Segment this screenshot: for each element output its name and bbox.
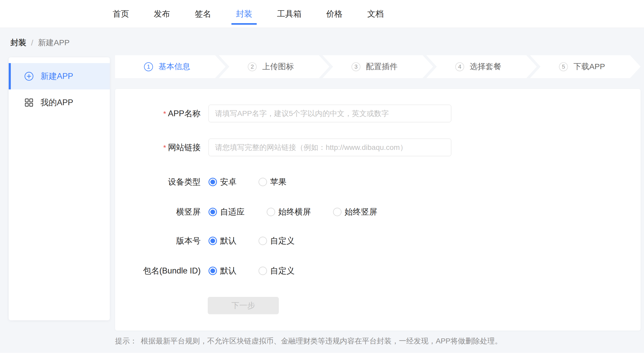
radio-bundle-custom[interactable]: 自定义 — [259, 265, 295, 276]
nav-item-package[interactable]: 封装 — [236, 0, 252, 28]
nav-item-home[interactable]: 首页 — [113, 0, 129, 28]
breadcrumb-section[interactable]: 封装 — [11, 37, 26, 48]
step-3-configure-plugins: 3 配置插件 — [323, 55, 433, 78]
sidebar-item-my-apps[interactable]: 我的APP — [9, 89, 110, 116]
radio-version-default[interactable]: 默认 — [209, 235, 236, 246]
radio-label: 自适应 — [220, 206, 245, 217]
hint-prefix: 提示： — [115, 336, 137, 346]
required-asterisk: * — [163, 110, 166, 118]
top-navigation-bar: 首页 发布 签名 封装 工具箱 价格 文档 — [0, 0, 644, 28]
radio-dot — [259, 267, 267, 275]
site-url-input[interactable] — [209, 139, 451, 156]
step-label: 选择套餐 — [470, 61, 501, 72]
nav-item-docs[interactable]: 文档 — [367, 0, 384, 28]
step-label: 配置插件 — [366, 61, 398, 72]
radio-android[interactable]: 安卓 — [209, 176, 236, 187]
main-nav: 首页 发布 签名 封装 工具箱 价格 文档 — [113, 0, 384, 28]
device-type-radio-group: 安卓 苹果 — [209, 176, 286, 187]
page: 首页 发布 签名 封装 工具箱 价格 文档 封装 / 新建APP 新建APP — [0, 0, 644, 355]
step-number-badge: 1 — [144, 62, 153, 71]
field-label-version: 版本号 — [115, 235, 201, 246]
plus-circle-icon — [24, 72, 34, 81]
step-1-basic-info: 1 基本信息 — [115, 55, 226, 78]
bottom-strip — [0, 353, 644, 355]
radio-dot — [209, 178, 217, 186]
step-4-choose-plan: 4 选择套餐 — [426, 55, 537, 78]
radio-label: 默认 — [220, 235, 236, 246]
sidebar-item-new-app[interactable]: 新建APP — [9, 63, 110, 89]
platform-rules-hint: 提示： 根据最新平台规则，不允许区块链虚拟币、金融理财类等违规内容在平台封装，一… — [115, 336, 502, 346]
version-radio-group: 默认 自定义 — [209, 235, 295, 246]
form-row-app-name: *APP名称 — [115, 105, 641, 122]
step-5-download-app: 5 下载APP — [530, 55, 641, 78]
sidebar-item-label: 新建APP — [41, 71, 73, 82]
sidebar: 新建APP 我的APP — [9, 57, 110, 320]
radio-label: 默认 — [220, 265, 236, 276]
step-2-upload-icon: 2 上传图标 — [219, 55, 329, 78]
radio-dot — [267, 208, 275, 216]
form-row-bundle-id: 包名(Bundle ID) 默认 自定义 — [115, 266, 641, 276]
grid-icon — [24, 98, 34, 107]
radio-label: 始终横屏 — [278, 206, 311, 217]
nav-item-publish[interactable]: 发布 — [154, 0, 170, 28]
radio-dot — [209, 208, 217, 216]
radio-label: 始终竖屏 — [345, 206, 377, 217]
radio-label: 自定义 — [270, 235, 295, 246]
step-label: 下载APP — [573, 61, 605, 72]
radio-auto-orientation[interactable]: 自适应 — [209, 206, 245, 217]
app-name-input[interactable] — [209, 105, 451, 122]
form-row-device-type: 设备类型 安卓 苹果 — [115, 177, 641, 187]
form-row-version: 版本号 默认 自定义 — [115, 236, 641, 246]
orientation-radio-group: 自适应 始终横屏 始终竖屏 — [209, 206, 377, 217]
field-label-orientation: 横竖屏 — [115, 206, 201, 217]
required-asterisk: * — [163, 144, 166, 152]
step-label: 基本信息 — [158, 61, 190, 72]
field-label-site-url: *网站链接 — [115, 142, 201, 153]
next-step-button[interactable]: 下一步 — [208, 297, 279, 314]
sidebar-item-label: 我的APP — [41, 97, 73, 108]
radio-label: 自定义 — [270, 265, 295, 276]
step-wizard: 1 基本信息 2 上传图标 3 配置插件 4 选择套餐 5 下载APP — [115, 55, 641, 78]
breadcrumb: 封装 / 新建APP — [11, 37, 70, 48]
basic-info-form-panel: *APP名称 *网站链接 设备类型 安卓 苹果 — [115, 89, 641, 331]
bundle-id-radio-group: 默认 自定义 — [209, 265, 295, 276]
radio-version-custom[interactable]: 自定义 — [259, 235, 295, 246]
step-number-badge: 3 — [351, 62, 360, 71]
radio-dot — [333, 208, 341, 216]
radio-dot — [259, 237, 267, 245]
step-label: 上传图标 — [262, 61, 294, 72]
radio-dot — [259, 178, 267, 186]
hint-text: 根据最新平台规则，不允许区块链虚拟币、金融理财类等违规内容在平台封装，一经发现，… — [141, 336, 502, 346]
radio-label: 苹果 — [270, 176, 286, 187]
radio-dot — [209, 237, 217, 245]
step-number-badge: 5 — [559, 62, 568, 71]
radio-label: 安卓 — [220, 176, 236, 187]
radio-bundle-default[interactable]: 默认 — [209, 265, 236, 276]
field-label-device-type: 设备类型 — [115, 176, 201, 187]
radio-dot — [209, 267, 217, 275]
breadcrumb-separator: / — [31, 38, 33, 47]
field-label-app-name: *APP名称 — [115, 108, 201, 119]
nav-item-sign[interactable]: 签名 — [195, 0, 211, 28]
breadcrumb-current: 新建APP — [38, 37, 70, 48]
field-label-bundle-id: 包名(Bundle ID) — [115, 265, 201, 276]
step-number-badge: 2 — [248, 62, 257, 71]
nav-item-pricing[interactable]: 价格 — [326, 0, 343, 28]
radio-ios[interactable]: 苹果 — [259, 176, 286, 187]
nav-item-toolbox[interactable]: 工具箱 — [277, 0, 301, 28]
form-row-site-url: *网站链接 — [115, 139, 641, 156]
radio-always-landscape[interactable]: 始终横屏 — [267, 206, 311, 217]
form-row-orientation: 横竖屏 自适应 始终横屏 始终竖屏 — [115, 207, 641, 217]
radio-always-portrait[interactable]: 始终竖屏 — [333, 206, 377, 217]
step-number-badge: 4 — [455, 62, 464, 71]
